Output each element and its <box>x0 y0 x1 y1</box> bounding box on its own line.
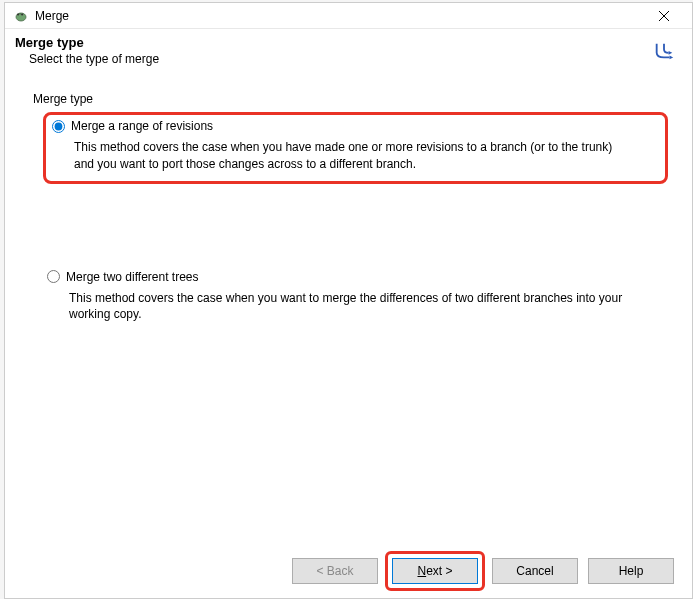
radio-merge-range-label[interactable]: Merge a range of revisions <box>71 119 213 133</box>
merge-wizard-window: Merge Merge type Select the type of merg… <box>4 2 693 599</box>
wizard-content: Merge type Merge a range of revisions Th… <box>5 74 692 548</box>
svg-marker-6 <box>669 51 673 55</box>
next-button[interactable]: Next > <box>392 558 478 584</box>
merge-icon <box>652 39 676 63</box>
app-icon <box>13 8 29 24</box>
radio-merge-trees-label[interactable]: Merge two different trees <box>66 270 199 284</box>
option2-description: This method covers the case when you wan… <box>47 290 627 324</box>
group-label: Merge type <box>33 92 664 106</box>
page-title: Merge type <box>15 35 652 50</box>
page-subtitle: Select the type of merge <box>15 52 652 66</box>
option1-description: This method covers the case when you hav… <box>52 139 632 173</box>
titlebar: Merge <box>5 3 692 29</box>
cancel-button[interactable]: Cancel <box>492 558 578 584</box>
radio-merge-range[interactable] <box>52 120 65 133</box>
svg-marker-5 <box>670 56 674 60</box>
svg-point-2 <box>21 13 23 15</box>
highlight-annotation-next: Next > <box>385 551 485 591</box>
radio-merge-trees[interactable] <box>47 270 60 283</box>
highlight-annotation-option: Merge a range of revisions This method c… <box>43 112 668 184</box>
help-button[interactable]: Help <box>588 558 674 584</box>
button-bar: < Back Next > Cancel Help <box>5 548 692 598</box>
wizard-header: Merge type Select the type of merge <box>5 29 692 74</box>
titlebar-title: Merge <box>35 9 644 23</box>
close-button[interactable] <box>644 6 684 26</box>
svg-point-1 <box>17 13 19 15</box>
back-button[interactable]: < Back <box>292 558 378 584</box>
